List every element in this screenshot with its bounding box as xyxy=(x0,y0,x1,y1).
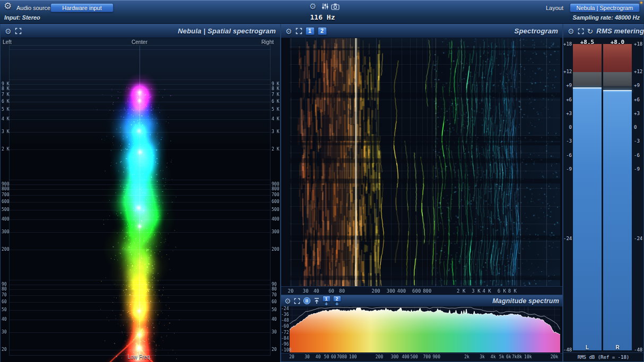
rms-scale-tick-left: +6 xyxy=(563,98,572,102)
freq-tick: 20k xyxy=(551,355,558,359)
rms-scale-tick-left: -48 xyxy=(563,348,572,352)
rms-scale-tick-left: +18 xyxy=(563,42,572,47)
rms-value-left: +8.5 xyxy=(573,39,602,46)
hardware-input-button[interactable]: Hardware input xyxy=(50,3,114,12)
plus-icon[interactable]: + xyxy=(335,302,338,306)
magnitude-view-1-group: 1 + xyxy=(323,296,330,306)
view-preset-button[interactable]: Nebula | Spectrogram xyxy=(570,3,640,12)
meter-seg-blue xyxy=(603,91,632,350)
rms-scale-tick-left: -6 xyxy=(563,153,572,158)
rms-scale-tick-left: +12 xyxy=(563,69,572,74)
channel-right-label: R xyxy=(603,345,632,350)
magnitude-panel-title: Magnitude spectrum xyxy=(492,297,559,305)
rms-scale-tick-left: -24 xyxy=(563,236,572,241)
rms-scale-tick-left: -3 xyxy=(563,139,572,144)
center-column: ⚙ 1 2 Spectrogram 2030406080200300400600… xyxy=(281,24,563,362)
input-info-label: Input: Stereo xyxy=(4,14,40,21)
freq-tick: 8k xyxy=(517,355,523,359)
spatial-panel-header: ⚙ Nebula | Spatial spectrogram xyxy=(1,24,280,38)
db-tick: -72 xyxy=(281,331,289,335)
rms-scale-tick-left: +3 xyxy=(563,111,572,116)
freq-tick: 400 xyxy=(402,355,409,359)
freq-tick: 100 xyxy=(349,355,356,359)
spectrogram-panel-title: Spectrogram xyxy=(515,27,558,35)
db-tick: -60 xyxy=(281,324,289,329)
freq-tick: 40 xyxy=(314,289,319,294)
freq-tick: 80 xyxy=(339,289,345,294)
rms-fullscreen-icon[interactable] xyxy=(578,28,584,34)
spectrogram-panel: ⚙ 1 2 Spectrogram 2030406080200300400600… xyxy=(281,24,563,295)
magnitude-view-1-button[interactable]: 1 xyxy=(323,296,330,302)
spatial-display-area: Left Center Right Low Freq. 9 K9 K8 K8 K… xyxy=(1,38,280,361)
freq-tick: 200 xyxy=(371,289,380,294)
spectrogram-view-2-button[interactable]: 2 xyxy=(318,27,327,35)
freq-tick: 900 xyxy=(433,355,440,359)
magnitude-spectrum-display[interactable] xyxy=(290,307,560,352)
rms-panel-header: ⚙ ↻ RMS metering xyxy=(563,24,643,38)
freq-tick: 6k xyxy=(506,355,511,359)
freq-tick: 300 xyxy=(391,355,398,359)
display-settings-gear-icon[interactable]: ⚙ xyxy=(309,2,316,10)
magnitude-view-2-group: 2 + xyxy=(333,296,341,306)
freq-tick: 7k xyxy=(512,355,517,359)
spatial-fullscreen-icon[interactable] xyxy=(15,28,22,34)
db-tick: -108 xyxy=(281,348,289,352)
status-led xyxy=(640,2,642,4)
rms-scale-tick-right: 0 xyxy=(634,125,637,130)
peak-hold-arrow-icon[interactable] xyxy=(314,297,320,304)
freq-tick: 3k xyxy=(480,355,485,359)
spatial-spectrogram-panel: ⚙ Nebula | Spatial spectrogram Left Cent… xyxy=(0,24,281,362)
magnitude-settings-gear-icon[interactable]: ⚙ xyxy=(284,297,291,305)
freq-tick: 30 xyxy=(304,355,310,359)
freeze-pause-icon[interactable] xyxy=(303,297,311,305)
rms-metering-panel: ⚙ ↻ RMS metering +8.5 +8.0 L R RMS dB (R… xyxy=(563,24,644,362)
rms-scale-tick-right: -48 xyxy=(634,348,642,352)
plus-icon[interactable]: + xyxy=(325,302,328,306)
freq-tick: 500 xyxy=(410,355,417,359)
rms-reset-icon[interactable]: ↻ xyxy=(587,28,594,35)
spatial-spectrogram-display[interactable] xyxy=(1,38,280,362)
freq-tick: 10k xyxy=(524,355,532,359)
freq-tick: 20 xyxy=(288,289,294,294)
frequency-readout: 116 Hz xyxy=(301,13,344,21)
magnitude-fullscreen-icon[interactable] xyxy=(294,298,300,304)
main-settings-gear-icon[interactable]: ⚙ xyxy=(4,2,12,11)
magnitude-view-2-button[interactable]: 2 xyxy=(333,296,341,302)
spatial-settings-gear-icon[interactable]: ⚙ xyxy=(5,28,12,35)
magnitude-display-area: 203040506070801002003004005007009002k3k4… xyxy=(281,307,562,361)
snapshot-camera-icon[interactable] xyxy=(331,3,340,10)
spectrogram-display[interactable] xyxy=(290,38,560,286)
rms-scale-tick-left: +9 xyxy=(563,83,572,88)
freq-tick: 60 xyxy=(331,355,336,359)
db-tick: -96 xyxy=(281,342,289,347)
rms-scale-tick-right: -9 xyxy=(634,167,640,172)
freq-tick: 40 xyxy=(316,355,321,359)
meter-seg-blue xyxy=(573,88,602,350)
freq-tick: 5k xyxy=(499,355,504,359)
freq-tick: 70 xyxy=(337,355,342,359)
spatial-panel-title: Nebula | Spatial spectrogram xyxy=(178,27,276,35)
sampling-rate-label: Sampling rate: 48000 Hz xyxy=(572,14,640,21)
magnitude-panel-header: ⚙ 1 + 2 + Magnitude spectrum xyxy=(281,295,562,307)
sliders-icon[interactable] xyxy=(321,3,329,10)
meter-seg-red xyxy=(573,44,602,72)
magnitude-spectrum-panel: ⚙ 1 + 2 + Magnitude spectrum xyxy=(281,295,563,362)
spectrogram-settings-gear-icon[interactable]: ⚙ xyxy=(285,28,292,35)
spectrogram-view-1-button[interactable]: 1 xyxy=(306,27,315,35)
rms-settings-gear-icon[interactable]: ⚙ xyxy=(568,28,575,35)
freq-tick: 200 xyxy=(376,355,383,359)
spectrogram-fullscreen-icon[interactable] xyxy=(295,28,302,34)
layout-button[interactable]: Layout xyxy=(546,5,563,11)
meter-value-line xyxy=(603,90,632,91)
freq-tick: 700 xyxy=(423,355,431,359)
rms-scale-tick-right: -24 xyxy=(634,236,642,241)
rms-scale-tick-right: +9 xyxy=(634,83,640,88)
db-tick: -24 xyxy=(281,307,289,311)
freq-tick: 600 xyxy=(412,289,421,294)
db-tick: -48 xyxy=(281,319,289,323)
rms-meter-right xyxy=(603,44,632,350)
rms-meter-left xyxy=(573,44,602,350)
freq-tick: 6 K xyxy=(498,289,506,294)
freq-tick: 300 xyxy=(387,289,395,294)
rms-scale-tick-right: +12 xyxy=(634,69,642,74)
